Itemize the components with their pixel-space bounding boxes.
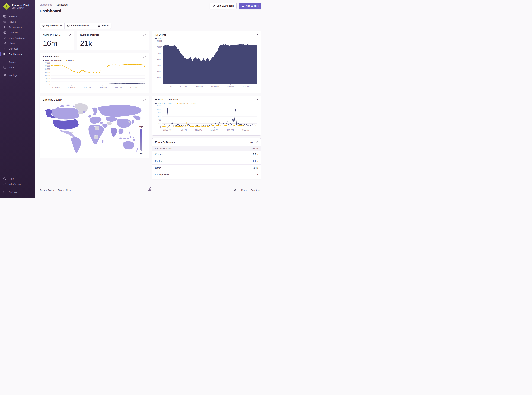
widget-expand-icon[interactable] (143, 33, 146, 37)
sidebar-item-projects[interactable]: Projects (0, 14, 35, 19)
svg-text:8:00 AM: 8:00 AM (130, 87, 137, 89)
svg-text:40,000: 40,000 (45, 71, 50, 73)
svg-text:4:00 AM: 4:00 AM (227, 86, 234, 88)
legend-item[interactable]: count_unique(user) (43, 59, 63, 61)
widget-menu-button[interactable]: ⋯ (138, 98, 141, 102)
dashboards-icon (3, 52, 6, 55)
breadcrumb-dashboards-link[interactable]: Dashboards (40, 4, 52, 6)
svg-text:8:00 PM: 8:00 PM (84, 87, 91, 89)
sidebar-item-releases[interactable]: Releases (0, 30, 35, 35)
svg-text:0: 0 (49, 84, 50, 86)
widget-menu-button[interactable]: ⋯ (138, 33, 141, 37)
widget-menu-button[interactable]: ⋯ (250, 98, 253, 101)
legend-item[interactable]: count() (155, 38, 164, 39)
affected-users-chart[interactable]: 010,00020,00030,00040,00050,00060,00070,… (43, 62, 146, 89)
widget-menu-button[interactable]: ⋯ (138, 55, 141, 58)
sidebar-item-discover[interactable]: Discover (0, 46, 35, 51)
widget-title: Errors By Browser (155, 141, 175, 144)
breadcrumb-current: Dashboard (56, 4, 68, 6)
map-legend-low: Low (140, 152, 143, 154)
widget-handled-v-unhandled: Handled v. Unhandled ⋯ Handled : count()… (152, 96, 261, 136)
sidebar-item-user-feedback[interactable]: User Feedback (0, 35, 35, 41)
svg-text:20,000: 20,000 (157, 71, 162, 72)
feedback-icon (3, 36, 6, 39)
widget-menu-button[interactable]: ⋯ (250, 33, 253, 37)
legend-item[interactable]: Handled : count() (155, 102, 174, 104)
performance-icon (3, 26, 6, 29)
svg-text:1,200: 1,200 (157, 105, 161, 107)
svg-text:30,000: 30,000 (157, 65, 162, 66)
widget-expand-icon[interactable] (143, 55, 146, 58)
chevron-down-icon (30, 4, 32, 6)
svg-text:0: 0 (160, 126, 161, 128)
errors-by-browser-table: BROWSER.NAMECOUNT() Chrome7.7mFirefox1.1… (152, 146, 261, 178)
org-name: Empower Plant (12, 4, 29, 7)
widget-expand-icon[interactable] (143, 98, 146, 102)
add-widget-button[interactable]: Add Widget (239, 3, 261, 9)
world-choropleth-map[interactable] (43, 103, 146, 155)
svg-text:4:00 PM: 4:00 PM (179, 129, 187, 131)
count-cell: 331k (218, 171, 261, 178)
sidebar-item-what-s-new[interactable]: What's new (0, 181, 35, 187)
footer-link-terms-of-use[interactable]: Terms of Use (58, 189, 71, 192)
svg-text:10,000: 10,000 (157, 77, 162, 79)
svg-text:12:00 PM: 12:00 PM (163, 129, 171, 131)
filter-all-environments[interactable]: All Environments (65, 23, 95, 28)
widget-number-of-errors: Number of Err… ⋯ 16m (40, 31, 74, 50)
svg-text:70,000: 70,000 (45, 62, 50, 64)
widget-title: Number of Issues (80, 33, 99, 36)
widget-title: Affected Users (43, 55, 59, 58)
sidebar-item-stats[interactable]: Stats (0, 65, 35, 70)
sidebar-item-help[interactable]: Help (0, 176, 35, 181)
sidebar-item-activity[interactable]: Activity (0, 59, 35, 65)
chevron-down-icon (107, 25, 109, 27)
calendar-icon (98, 24, 100, 27)
edit-dashboard-button[interactable]: Edit Dashboard (210, 3, 236, 9)
svg-text:4:00 PM: 4:00 PM (180, 86, 187, 88)
sidebar-bottom-nav: HelpWhat's newCollapse (0, 176, 35, 195)
legend-dot (155, 103, 157, 104)
releases-icon (3, 31, 6, 34)
widget-title: Handled v. Unhandled (155, 98, 179, 101)
footer-link-docs[interactable]: Docs (241, 189, 247, 192)
sidebar-item-settings[interactable]: Settings (0, 72, 35, 78)
filter-24h[interactable]: 24H (95, 23, 111, 28)
svg-text:12:00 AM: 12:00 AM (210, 129, 218, 131)
legend-item[interactable]: count() (66, 59, 75, 61)
widget-expand-icon[interactable] (255, 98, 258, 101)
widget-expand-icon[interactable] (68, 33, 71, 37)
footer-link-privacy-policy[interactable]: Privacy Policy (40, 189, 54, 192)
svg-text:4:00 PM: 4:00 PM (68, 87, 75, 89)
footer-link-contribute[interactable]: Contribute (251, 189, 261, 192)
column-header: COUNT() (218, 146, 261, 151)
count-cell: 7.7m (218, 151, 261, 158)
sidebar-item-collapse[interactable]: Collapse (0, 189, 35, 195)
handled-unhandled-chart[interactable]: 02004006008001,0001,20012:00 PM4:00 PM8:… (155, 104, 258, 132)
sidebar-item-performance[interactable]: Performance (0, 24, 35, 30)
widget-menu-button[interactable]: ⋯ (63, 33, 66, 37)
svg-text:40,000: 40,000 (157, 58, 162, 60)
map-legend-gradient-bar (140, 129, 142, 151)
org-switcher[interactable]: Empower Plant Jane Schmidt (0, 2, 35, 11)
chevron-down-icon (60, 25, 62, 27)
footer-link-api[interactable]: API (233, 189, 237, 192)
svg-text:4:00 AM: 4:00 AM (115, 87, 122, 89)
widget-expand-icon[interactable] (255, 33, 258, 37)
legend-item[interactable]: Unhandled : count() (177, 102, 198, 104)
browser-name-cell: Safari (152, 165, 218, 171)
whatsnew-icon (3, 182, 6, 186)
svg-text:12:00 PM: 12:00 PM (52, 87, 60, 89)
widget-menu-button[interactable]: ⋯ (250, 141, 253, 144)
widget-number-of-issues: Number of Issues ⋯ 21k (77, 31, 149, 50)
widget-title: All Events (155, 33, 166, 36)
filter-my-projects[interactable]: My Projects (40, 23, 65, 28)
sidebar-item-issues[interactable]: Issues (0, 19, 35, 24)
activity-icon (3, 60, 6, 64)
sidebar-item-dashboards[interactable]: Dashboards (0, 51, 35, 57)
all-events-chart[interactable]: 010,00020,00030,00040,00050,00060,00070,… (155, 40, 258, 88)
sidebar-nav: ProjectsIssuesPerformanceReleasesUser Fe… (0, 14, 35, 78)
breadcrumb-chevron-icon (53, 4, 55, 6)
big-number-value: 21k (77, 37, 149, 48)
sidebar-item-alerts[interactable]: Alerts (0, 41, 35, 46)
widget-expand-icon[interactable] (255, 141, 258, 144)
